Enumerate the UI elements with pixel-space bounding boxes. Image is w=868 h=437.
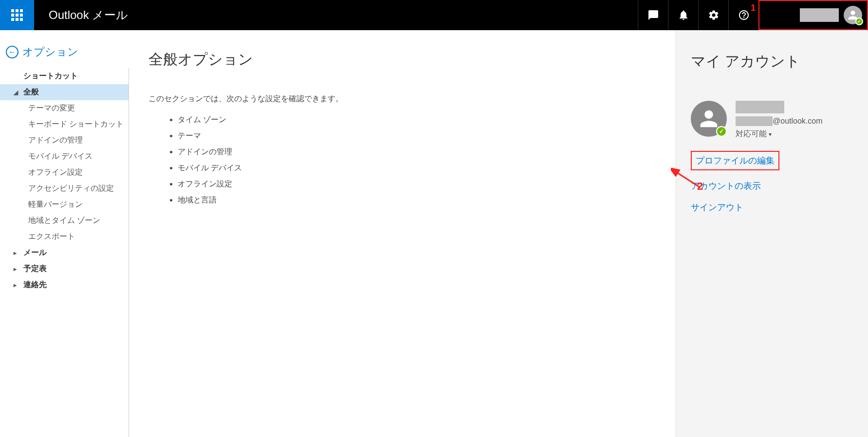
my-account-panel: マイ アカウント @outlook.com 対応可能 プロファイルの編集 アカウ… bbox=[676, 30, 868, 437]
back-to-options[interactable]: ← オプション bbox=[0, 45, 129, 59]
tree-item-shortcuts[interactable]: ショートカット bbox=[0, 68, 129, 84]
settings-list: タイム ゾーン テーマ アドインの管理 モバイル デバイス オフライン設定 地域… bbox=[148, 112, 656, 208]
caret-down-icon: ◢ bbox=[14, 89, 18, 96]
app-title: Outlook メール bbox=[49, 7, 638, 23]
profile-menu-button[interactable] bbox=[758, 0, 868, 30]
tree-item-light-version[interactable]: 軽量バージョン bbox=[0, 197, 129, 213]
caret-right-icon: ▸ bbox=[14, 282, 17, 289]
page-description: このセクションでは、次のような設定を確認できます。 bbox=[148, 94, 656, 104]
tree-item-accessibility[interactable]: アクセシビリティの設定 bbox=[0, 181, 129, 197]
list-item: モバイル デバイス bbox=[178, 160, 656, 176]
email-local-redacted bbox=[736, 116, 773, 126]
gear-icon bbox=[708, 9, 720, 21]
tree-item-export[interactable]: エクスポート bbox=[0, 229, 129, 245]
chat-button[interactable] bbox=[638, 0, 668, 30]
account-info: @outlook.com 対応可能 bbox=[736, 101, 823, 139]
help-button[interactable]: 1 bbox=[728, 0, 758, 30]
main-content: 全般オプション このセクションでは、次のような設定を確認できます。 タイム ゾー… bbox=[129, 30, 676, 437]
settings-button[interactable] bbox=[698, 0, 728, 30]
account-email: @outlook.com bbox=[736, 116, 823, 126]
list-item: 地域と言語 bbox=[178, 192, 656, 208]
tree-item-contacts[interactable]: ▸連絡先 bbox=[0, 277, 129, 293]
tree-item-general[interactable]: ◢全般 bbox=[0, 84, 129, 100]
topbar-actions: 1 bbox=[638, 0, 868, 30]
options-tree: ショートカット ◢全般 テーマの変更 キーボード ショートカット アドインの管理… bbox=[0, 68, 129, 437]
top-bar: Outlook メール 1 bbox=[0, 0, 868, 30]
account-summary: @outlook.com 対応可能 bbox=[691, 101, 853, 139]
tree-item-addin-management[interactable]: アドインの管理 bbox=[0, 132, 129, 148]
presence-indicator bbox=[855, 18, 863, 25]
caret-right-icon: ▸ bbox=[14, 250, 17, 256]
account-links: プロファイルの編集 アカウントの表示 サインアウト bbox=[691, 151, 853, 213]
left-column: ← オプション ショートカット ◢全般 テーマの変更 キーボード ショートカット… bbox=[0, 30, 129, 437]
back-label: オプション bbox=[22, 45, 78, 59]
account-name-redacted bbox=[736, 101, 784, 113]
annotation-1-label: 1 bbox=[751, 3, 756, 13]
edit-profile-link[interactable]: プロファイルの編集 bbox=[691, 151, 779, 170]
tree-item-offline-settings[interactable]: オフライン設定 bbox=[0, 164, 129, 181]
panel-title: マイ アカウント bbox=[691, 52, 853, 72]
tree-item-mobile-devices[interactable]: モバイル デバイス bbox=[0, 148, 129, 164]
page-title: 全般オプション bbox=[148, 50, 656, 70]
profile-name-redacted bbox=[800, 8, 839, 22]
list-item: テーマ bbox=[178, 128, 656, 144]
chat-icon bbox=[647, 9, 659, 21]
list-item: オフライン設定 bbox=[178, 176, 656, 192]
presence-status-dropdown[interactable]: 対応可能 bbox=[736, 129, 823, 139]
tree-item-calendar[interactable]: ▸予定表 bbox=[0, 261, 129, 277]
caret-right-icon: ▸ bbox=[14, 266, 17, 273]
view-account-link[interactable]: アカウントの表示 bbox=[691, 180, 853, 192]
tree-item-change-theme[interactable]: テーマの変更 bbox=[0, 100, 129, 116]
tree-item-mail[interactable]: ▸メール bbox=[0, 245, 129, 261]
avatar-small bbox=[844, 6, 862, 24]
help-icon bbox=[738, 9, 750, 21]
presence-indicator bbox=[716, 126, 727, 137]
bell-icon bbox=[678, 9, 689, 21]
tree-item-keyboard-shortcuts[interactable]: キーボード ショートカット bbox=[0, 116, 129, 132]
list-item: アドインの管理 bbox=[178, 144, 656, 160]
notifications-button[interactable] bbox=[668, 0, 698, 30]
body: ← オプション ショートカット ◢全般 テーマの変更 キーボード ショートカット… bbox=[0, 30, 868, 437]
tree-item-region-timezone[interactable]: 地域とタイム ゾーン bbox=[0, 213, 129, 229]
waffle-icon bbox=[11, 9, 23, 21]
email-domain: @outlook.com bbox=[773, 117, 823, 126]
status-label: 対応可能 bbox=[736, 129, 767, 139]
back-arrow-icon: ← bbox=[6, 46, 18, 58]
list-item: タイム ゾーン bbox=[178, 112, 656, 128]
sign-out-link[interactable]: サインアウト bbox=[691, 201, 853, 213]
app-launcher-button[interactable] bbox=[0, 0, 34, 30]
avatar-large[interactable] bbox=[691, 101, 727, 137]
